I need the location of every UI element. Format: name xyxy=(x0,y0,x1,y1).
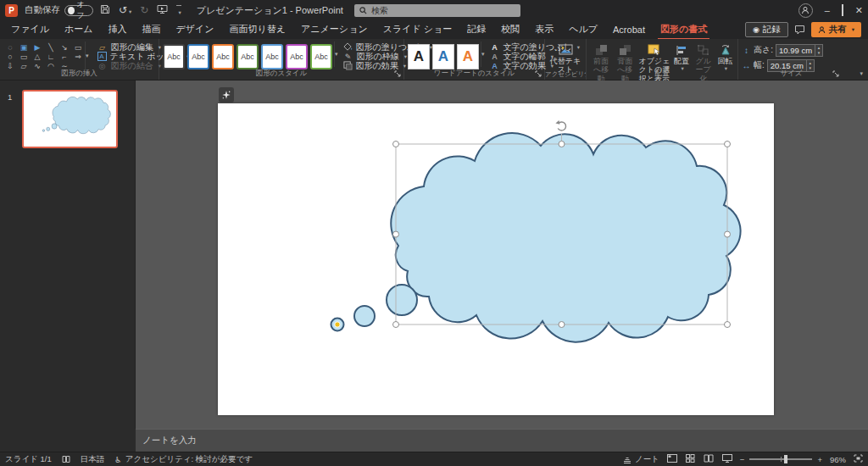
slide-thumbnail[interactable] xyxy=(22,90,118,148)
ribbon: ◌ ▣ ▶ ╲ ↘ ▭ ○ ▭ △ ∟ ⌐ ⇒ xyxy=(0,39,868,80)
shape-gallery-more-button[interactable]: ▾ xyxy=(85,42,89,70)
slide-sorter-view-button[interactable] xyxy=(686,454,695,464)
resize-handle-s[interactable] xyxy=(559,322,565,328)
notes-input[interactable]: ノートを入力 xyxy=(136,429,868,452)
shape-line-icon[interactable]: ╲ xyxy=(44,42,58,52)
tab-view[interactable]: 表示 xyxy=(527,20,561,39)
shape-media-icon[interactable]: ▶ xyxy=(31,42,44,52)
adjust-handle[interactable] xyxy=(335,322,340,327)
shape-elbow-arrow-icon[interactable]: ⌐ xyxy=(58,52,71,61)
slide[interactable] xyxy=(218,103,774,415)
wordart-chip[interactable]: A xyxy=(457,44,479,69)
slide-editing-canvas[interactable] xyxy=(136,80,868,429)
shape-style-chip[interactable]: Abc xyxy=(261,44,283,69)
powerpoint-window: P 自動保存 オフ ↺▾ ↻ ▾ プレゼンテーション1 - PowerPoint… xyxy=(0,0,868,466)
designer-sparkle-icon xyxy=(221,90,231,100)
tab-animations[interactable]: アニメーション xyxy=(293,20,376,39)
shape-rectangle-icon[interactable]: ▭ xyxy=(71,42,85,52)
account-avatar[interactable] xyxy=(798,3,813,18)
shape-rect2-icon[interactable]: ▭ xyxy=(17,52,31,61)
zoom-out-button[interactable]: − xyxy=(740,455,745,464)
resize-handle-e[interactable] xyxy=(725,231,731,237)
notes-left-spacer xyxy=(0,429,136,452)
undo-button[interactable]: ↺▾ xyxy=(119,5,131,15)
share-person-icon xyxy=(818,26,826,34)
autosave-control[interactable]: 自動保存 オフ xyxy=(25,4,93,16)
slide-indicator[interactable]: スライド 1/1 xyxy=(5,454,52,465)
tab-transitions[interactable]: 画面切り替え xyxy=(222,20,294,39)
tab-help[interactable]: ヘルプ xyxy=(561,20,605,39)
minimize-button[interactable]: – xyxy=(825,6,830,15)
shape-style-chip[interactable]: Abc xyxy=(212,44,234,69)
zoom-slider-thumb[interactable] xyxy=(784,455,787,463)
save-button[interactable] xyxy=(100,4,110,16)
rotate-handle[interactable] xyxy=(555,120,565,130)
align-label: 配置 xyxy=(674,57,689,65)
customize-qat-button[interactable]: ▾ xyxy=(176,5,181,16)
slideshow-view-button[interactable] xyxy=(722,454,732,464)
normal-view-button[interactable] xyxy=(667,454,677,464)
zoom-level[interactable]: 96% xyxy=(830,455,846,464)
tab-home[interactable]: ホーム xyxy=(57,20,101,39)
group-arrange: 前面へ移動 ▾ 背面へ移動 ▾ オブジェクトの選択と表示 xyxy=(587,39,738,80)
shape-style-chip[interactable]: Abc xyxy=(163,44,185,69)
tab-review[interactable]: 校閲 xyxy=(493,20,527,39)
wordart-chip[interactable]: A xyxy=(432,44,454,69)
shape-right-arrow-icon[interactable]: ⇒ xyxy=(71,52,85,61)
shape-triangle-icon[interactable]: △ xyxy=(31,52,44,61)
tab-record[interactable]: 記録 xyxy=(459,20,493,39)
shape-elbow-icon[interactable]: ∟ xyxy=(44,52,58,61)
notes-toggle-button[interactable]: ノート xyxy=(623,454,659,465)
accessibility-status: アクセシビリティ: 検討が必要です xyxy=(125,454,253,465)
resize-handle-se[interactable] xyxy=(725,322,731,328)
shape-style-chip[interactable]: Abc xyxy=(310,44,332,69)
zoom-slider[interactable] xyxy=(749,458,812,460)
share-caret-icon: ▾ xyxy=(852,26,854,33)
collapse-ribbon-button[interactable]: ▾ xyxy=(860,70,863,77)
resize-handle-n[interactable] xyxy=(559,141,565,147)
shape-textbox-icon[interactable]: ▣ xyxy=(17,42,31,52)
alt-text-button[interactable]: 代替テキスト xyxy=(548,42,582,75)
tab-slideshow[interactable]: スライド ショー xyxy=(376,20,460,39)
tab-draw[interactable]: 描画 xyxy=(135,20,169,39)
shape-oval-icon[interactable]: ○ xyxy=(3,52,17,61)
search-input[interactable]: 検索 xyxy=(354,4,520,17)
shape-styles-dialog-launcher[interactable] xyxy=(394,69,401,79)
fit-to-window-button[interactable] xyxy=(854,454,863,464)
comments-button[interactable] xyxy=(794,25,805,35)
shape-height-input[interactable]: 10.99 cm ▴ ▾ xyxy=(776,44,823,57)
tab-insert[interactable]: 挿入 xyxy=(101,20,135,39)
designer-button[interactable] xyxy=(219,87,234,103)
accessibility-checker[interactable]: ♿ アクセシビリティ: 検討が必要です xyxy=(114,454,253,465)
shape-arrow-line-icon[interactable]: ↘ xyxy=(58,42,71,52)
tab-design[interactable]: デザイン xyxy=(169,20,222,39)
resize-handle-nw[interactable] xyxy=(393,141,399,147)
shape-style-chip[interactable]: Abc xyxy=(187,44,209,69)
resize-handle-ne[interactable] xyxy=(725,141,731,147)
wordart-chip[interactable]: A xyxy=(408,44,430,69)
record-button[interactable]: ◉ 記録 xyxy=(745,22,788,37)
autosave-toggle[interactable]: オフ xyxy=(64,5,93,16)
zoom-in-button[interactable]: + xyxy=(817,455,822,464)
group-label: 図形のスタイル xyxy=(159,69,403,79)
tab-acrobat[interactable]: Acrobat xyxy=(605,22,653,38)
shape-style-chip[interactable]: Abc xyxy=(236,44,259,69)
shape-callout-icon[interactable]: ◌ xyxy=(3,42,17,52)
redo-button[interactable]: ↻ xyxy=(140,5,148,15)
language-indicator[interactable]: 日本語 xyxy=(81,454,105,465)
resize-handle-w[interactable] xyxy=(393,231,399,237)
tab-file[interactable]: ファイル xyxy=(3,20,57,39)
display-settings-button[interactable] xyxy=(62,455,70,463)
reading-view-button[interactable] xyxy=(704,454,714,464)
height-spinner[interactable]: ▴ ▾ xyxy=(815,45,822,56)
start-slideshow-button[interactable] xyxy=(157,4,168,16)
close-button[interactable]: ✕ xyxy=(855,6,863,15)
shape-style-chip[interactable]: Abc xyxy=(286,44,308,69)
size-dialog-launcher[interactable] xyxy=(832,69,839,79)
tab-shape-format[interactable]: 図形の書式 xyxy=(653,20,715,39)
share-button[interactable]: 共有 ▾ xyxy=(811,22,861,37)
group-label: アクセシビリティ xyxy=(545,70,586,79)
resize-handle-sw[interactable] xyxy=(393,322,399,328)
restore-button[interactable] xyxy=(842,6,843,15)
wordart-dialog-launcher[interactable] xyxy=(535,69,542,79)
